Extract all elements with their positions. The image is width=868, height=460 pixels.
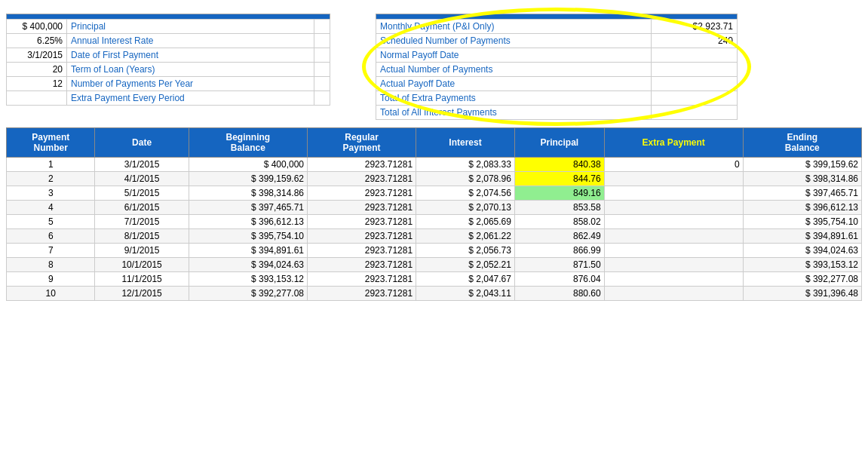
regular-payment: 2923.71281 [308, 244, 416, 258]
table-row: 2 4/1/2015 $ 399,159.62 2923.71281 $ 2,0… [7, 172, 862, 186]
interest-amount: $ 2,070.13 [416, 201, 515, 215]
extra-payment [604, 215, 743, 229]
extra-payment [604, 272, 743, 287]
table-row: 3 5/1/2015 $ 398,314.86 2923.71281 $ 2,0… [7, 186, 862, 201]
payment-number: 10 [7, 287, 95, 301]
beginning-balance: $ 393,153.12 [189, 272, 307, 287]
principal-amount: 871.50 [514, 258, 604, 272]
beginning-balance: $ 392,277.08 [189, 287, 307, 301]
loan-summary-value: $2,923.71 [651, 20, 737, 34]
beginning-balance: $ 398,314.86 [189, 186, 307, 201]
extra-payment [604, 244, 743, 258]
payment-date: 9/1/2015 [95, 244, 189, 258]
payment-number: 2 [7, 172, 95, 186]
table-row: 4 6/1/2015 $ 397,465.71 2923.71281 $ 2,0… [7, 201, 862, 215]
loan-param-value: 20 [7, 63, 67, 77]
loan-param-label: Term of Loan (Years) [67, 63, 314, 77]
principal-amount: 849.16 [514, 186, 604, 201]
table-header-cell: Principal [514, 128, 604, 158]
ending-balance: $ 392,277.08 [743, 272, 861, 287]
loan-summary-header [376, 14, 738, 20]
amortization-table: Payment NumberDateBeginning BalanceRegul… [6, 127, 862, 301]
table-row: 1 3/1/2015 $ 400,000 2923.71281 $ 2,083.… [7, 158, 862, 172]
ending-balance: $ 394,024.63 [743, 244, 861, 258]
loan-param-label: Date of First Payment [67, 48, 314, 63]
loan-params-section: $ 400,000 Principal 6.25% Annual Interes… [6, 14, 330, 120]
amortization-table-section: Payment NumberDateBeginning BalanceRegul… [0, 127, 868, 301]
principal-amount: 862.49 [514, 229, 604, 244]
loan-param-row: Extra Payment Every Period [7, 91, 330, 106]
extra-payment [604, 229, 743, 244]
payment-date: 12/1/2015 [95, 287, 189, 301]
loan-summary-value [651, 91, 737, 106]
table-header-cell: Interest [416, 128, 515, 158]
loan-param-row: $ 400,000 Principal [7, 20, 330, 34]
payment-date: 8/1/2015 [95, 229, 189, 244]
loan-param-label: Principal [67, 20, 314, 34]
page-title [0, 0, 868, 14]
table-header-cell: Ending Balance [743, 128, 861, 158]
beginning-balance: $ 400,000 [189, 158, 307, 172]
loan-summary-label: Scheduled Number of Payments [376, 34, 652, 48]
loan-param-value: $ 400,000 [7, 20, 67, 34]
loan-param-extra [314, 77, 330, 91]
payment-date: 4/1/2015 [95, 172, 189, 186]
interest-amount: $ 2,065.69 [416, 215, 515, 229]
loan-param-row: 6.25% Annual Interest Rate [7, 34, 330, 48]
loan-param-extra [314, 91, 330, 106]
loan-param-label: Number of Payments Per Year [67, 77, 314, 91]
loan-summary-label: Monthly Payment (P&I Only) [376, 20, 652, 34]
loan-summary-row: Monthly Payment (P&I Only) $2,923.71 [376, 20, 738, 34]
loan-summary-row: Normal Payoff Date [376, 48, 738, 63]
loan-summary-value [651, 63, 737, 77]
payment-number: 5 [7, 215, 95, 229]
regular-payment: 2923.71281 [308, 186, 416, 201]
loan-summary-row: Actual Payoff Date [376, 77, 738, 91]
regular-payment: 2923.71281 [308, 172, 416, 186]
table-header-cell: Extra Payment [604, 128, 743, 158]
extra-payment [604, 172, 743, 186]
beginning-balance: $ 399,159.62 [189, 172, 307, 186]
loan-summary-value [651, 48, 737, 63]
extra-payment [604, 258, 743, 272]
interest-amount: $ 2,052.21 [416, 258, 515, 272]
payment-number: 6 [7, 229, 95, 244]
loan-summary-row: Scheduled Number of Payments 240 [376, 34, 738, 48]
payment-date: 10/1/2015 [95, 258, 189, 272]
loan-summary-label: Actual Number of Payments [376, 63, 652, 77]
payment-number: 7 [7, 244, 95, 258]
extra-payment: 0 [604, 158, 743, 172]
beginning-balance: $ 394,024.63 [189, 258, 307, 272]
principal-amount: 876.04 [514, 272, 604, 287]
beginning-balance: $ 395,754.10 [189, 229, 307, 244]
loan-summary-label: Normal Payoff Date [376, 48, 652, 63]
ending-balance: $ 399,159.62 [743, 158, 861, 172]
loan-summary-label: Total of Extra Payments [376, 91, 652, 106]
extra-payment [604, 186, 743, 201]
payment-date: 3/1/2015 [95, 158, 189, 172]
table-row: 7 9/1/2015 $ 394,891.61 2923.71281 $ 2,0… [7, 244, 862, 258]
payment-number: 4 [7, 201, 95, 215]
interest-amount: $ 2,043.11 [416, 287, 515, 301]
ending-balance: $ 396,612.13 [743, 201, 861, 215]
principal-amount: 866.99 [514, 244, 604, 258]
principal-amount: 880.60 [514, 287, 604, 301]
beginning-balance: $ 394,891.61 [189, 244, 307, 258]
loan-param-row: 12 Number of Payments Per Year [7, 77, 330, 91]
principal-amount: 858.02 [514, 215, 604, 229]
payment-date: 7/1/2015 [95, 215, 189, 229]
beginning-balance: $ 397,465.71 [189, 201, 307, 215]
regular-payment: 2923.71281 [308, 215, 416, 229]
payment-number: 8 [7, 258, 95, 272]
loan-summary-label: Actual Payoff Date [376, 77, 652, 91]
loan-param-extra [314, 48, 330, 63]
loan-param-label: Extra Payment Every Period [67, 91, 314, 106]
loan-params-table: $ 400,000 Principal 6.25% Annual Interes… [6, 14, 330, 106]
loan-summary-row: Total of All Interest Payments [376, 106, 738, 120]
loan-summary-row: Total of Extra Payments [376, 91, 738, 106]
ending-balance: $ 398,314.86 [743, 172, 861, 186]
loan-summary-value [651, 77, 737, 91]
loan-summary-value [651, 106, 737, 120]
regular-payment: 2923.71281 [308, 272, 416, 287]
extra-payment [604, 201, 743, 215]
